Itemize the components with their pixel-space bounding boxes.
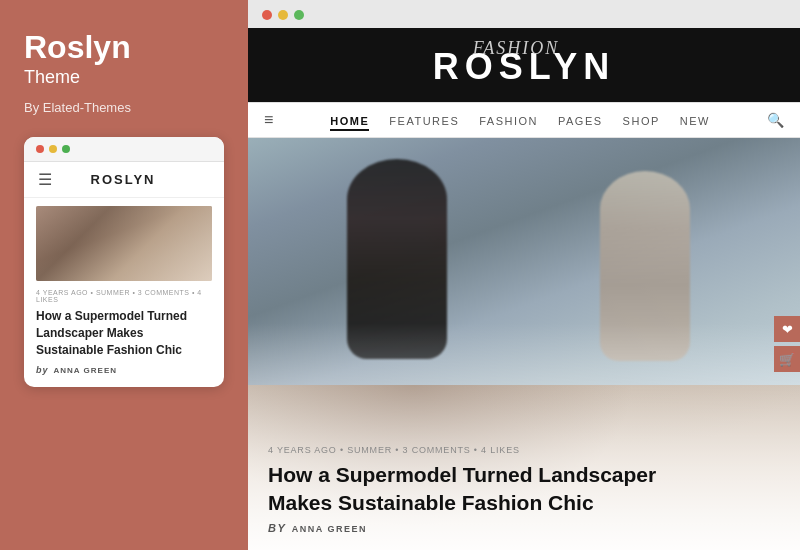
mobile-dot-yellow — [49, 145, 57, 153]
site-logo: Fashion ROSLYN — [433, 46, 616, 88]
favorite-icon[interactable]: ❤ — [774, 316, 800, 342]
mobile-hamburger-icon[interactable]: ☰ — [38, 170, 52, 189]
browser-content: Fashion ROSLYN ≡ HOME FEATURES FASHION P… — [248, 28, 800, 550]
mobile-nav: ☰ ROSLYN — [24, 162, 224, 198]
nav-item-shop[interactable]: SHOP — [623, 111, 660, 129]
browser-dot-green[interactable] — [294, 10, 304, 20]
mobile-article-author: by ANNA GREEN — [36, 365, 212, 375]
browser-dot-yellow[interactable] — [278, 10, 288, 20]
sidebar-subtitle: Theme — [24, 67, 224, 88]
figure-right — [600, 171, 690, 361]
rocks-background — [248, 138, 800, 385]
nav-item-fashion[interactable]: FASHION — [479, 111, 538, 129]
mobile-article-title: How a Supermodel Turned Landscaper Makes… — [36, 308, 212, 358]
mobile-article-image — [36, 206, 212, 281]
nav-hamburger-icon[interactable]: ≡ — [264, 111, 273, 129]
site-nav: ≡ HOME FEATURES FASHION PAGES SHOP NEW 🔍 — [248, 102, 800, 138]
mobile-image-overlay — [36, 206, 212, 281]
main-article-author: by ANNA GREEN — [268, 522, 780, 534]
main-article-caption: 4 YEARS AGO • SUMMER • 3 COMMENTS • 4 LI… — [248, 431, 800, 550]
main-article: 4 YEARS AGO • SUMMER • 3 COMMENTS • 4 LI… — [248, 138, 800, 550]
sidebar-title: Roslyn — [24, 30, 224, 65]
nav-link-new[interactable]: NEW — [680, 115, 710, 127]
author-prefix: by — [268, 522, 286, 534]
mobile-dot-red — [36, 145, 44, 153]
mobile-article-meta: 4 YEARS AGO • SUMMER • 3 COMMENTS • 4 LI… — [36, 289, 212, 303]
nav-link-shop[interactable]: SHOP — [623, 115, 660, 127]
browser-area: Fashion ROSLYN ≡ HOME FEATURES FASHION P… — [248, 0, 800, 550]
site-logo-script: Fashion — [473, 38, 560, 59]
mobile-preview-card: ☰ ROSLYN 4 YEARS AGO • SUMMER • 3 COMMEN… — [24, 137, 224, 386]
mobile-author-name: ANNA GREEN — [54, 366, 117, 375]
author-name: ANNA GREEN — [292, 524, 367, 534]
nav-item-home[interactable]: HOME — [330, 111, 369, 129]
figure-left — [347, 159, 447, 359]
nav-search-icon[interactable]: 🔍 — [767, 112, 784, 128]
sidebar-by: By Elated-Themes — [24, 100, 224, 115]
nav-link-pages[interactable]: PAGES — [558, 115, 603, 127]
nav-item-features[interactable]: FEATURES — [389, 111, 459, 129]
site-header: Fashion ROSLYN — [248, 28, 800, 102]
browser-dot-red[interactable] — [262, 10, 272, 20]
nav-link-features[interactable]: FEATURES — [389, 115, 459, 127]
mobile-dot-green — [62, 145, 70, 153]
nav-link-fashion[interactable]: FASHION — [479, 115, 538, 127]
browser-chrome — [248, 0, 800, 28]
sidebar: Roslyn Theme By Elated-Themes ☰ ROSLYN 4… — [0, 0, 248, 550]
mobile-article: 4 YEARS AGO • SUMMER • 3 COMMENTS • 4 LI… — [24, 198, 224, 386]
main-article-title[interactable]: How a Supermodel Turned Landscaper Makes… — [268, 461, 708, 516]
nav-link-home[interactable]: HOME — [330, 115, 369, 131]
nav-item-pages[interactable]: PAGES — [558, 111, 603, 129]
nav-links: HOME FEATURES FASHION PAGES SHOP NEW — [330, 111, 710, 129]
side-icons: ❤ 🛒 — [774, 316, 800, 372]
nav-item-new[interactable]: NEW — [680, 111, 710, 129]
mobile-site-logo: ROSLYN — [91, 172, 156, 187]
cart-icon[interactable]: 🛒 — [774, 346, 800, 372]
mobile-top-bar — [24, 137, 224, 162]
mobile-author-prefix: by — [36, 365, 49, 375]
main-article-meta: 4 YEARS AGO • SUMMER • 3 COMMENTS • 4 LI… — [268, 445, 780, 455]
